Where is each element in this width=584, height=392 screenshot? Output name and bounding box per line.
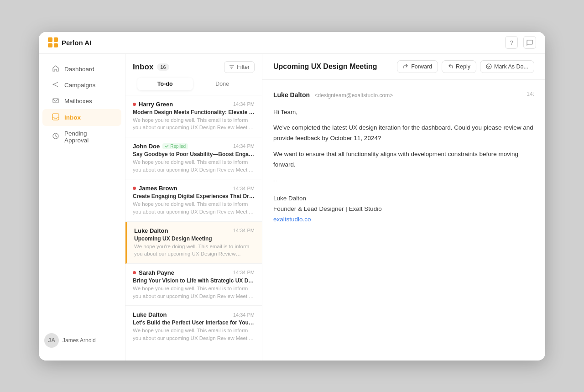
email-body-2: We want to ensure that all functionality… <box>273 149 534 170</box>
reply-button[interactable]: Reply <box>442 60 476 73</box>
sidebar: Dashboard Campaigns <box>39 54 125 361</box>
sender-email: <designteam@exaltstudio.com> <box>315 92 393 99</box>
email-date: 14: <box>527 91 534 97</box>
sender-info: Luke Dalton <designteam@exaltstudio.com> <box>273 91 393 99</box>
sidebar-item-pending[interactable]: Pending Approval <box>42 126 121 148</box>
user-avatar: JA <box>44 333 59 348</box>
unread-dot <box>133 271 136 274</box>
filter-label: Filter <box>237 64 250 70</box>
svg-rect-4 <box>52 114 59 120</box>
forward-icon <box>403 63 409 69</box>
svg-line-1 <box>53 84 58 87</box>
app-window: Perlon AI ? Dashboard <box>39 32 545 361</box>
email-time: 14:34 PM <box>233 101 255 107</box>
email-item-header: James Brown 14:34 PM <box>133 185 255 192</box>
email-item-header: John Doe Replied 14:34 PM <box>133 143 255 150</box>
sidebar-label-pending: Pending Approval <box>64 130 112 144</box>
email-item-header: Harry Green 14:34 PM <box>133 101 255 108</box>
detail-pane: Upcoming UX Design Meeting Forward Reply <box>262 54 545 361</box>
chat-icon[interactable] <box>523 36 536 49</box>
detail-actions: Forward Reply Mark As Do... <box>397 60 534 73</box>
inbox-pane: Inbox 16 Filter To-do <box>125 54 262 361</box>
check-icon <box>165 144 169 148</box>
reply-icon <box>448 63 454 69</box>
email-list: Harry Green 14:34 PM Modern Design Meets… <box>125 95 262 361</box>
logo-icon <box>48 37 58 47</box>
email-sender: Luke Dalton <box>134 227 168 234</box>
sidebar-item-mailboxes[interactable]: Mailboxes <box>42 93 121 109</box>
email-preview: We hope you're doing well. This email is… <box>133 116 255 131</box>
inbox-header: Inbox 16 Filter To-do <box>125 54 262 95</box>
email-subject: Modern Design Meets Functionality: Eleva… <box>133 109 255 115</box>
sidebar-bottom: JA James Arnold <box>39 328 125 353</box>
inbox-title-row: Inbox 16 Filter <box>133 61 255 73</box>
email-item-header: Luke Dalton 14:34 PM <box>133 311 255 318</box>
forward-button[interactable]: Forward <box>397 60 438 73</box>
email-item-2[interactable]: John Doe Replied 14:34 PM Say Goodbye to… <box>125 137 262 179</box>
svg-point-9 <box>486 64 491 69</box>
email-item-1[interactable]: Harry Green 14:34 PM Modern Design Meets… <box>125 95 262 137</box>
email-body-1: We've completed the latest UX design ite… <box>273 123 534 144</box>
sidebar-item-inbox[interactable]: Inbox <box>42 109 121 126</box>
inbox-tabs: To-do Done <box>137 78 250 90</box>
email-time: 14:34 PM <box>233 186 255 191</box>
sidebar-item-campaigns[interactable]: Campaigns <box>42 77 121 93</box>
forward-label: Forward <box>411 63 432 70</box>
unread-dot <box>133 187 136 190</box>
email-time: 14:34 PM <box>233 270 255 275</box>
email-item-4[interactable]: Luke Dalton 14:34 PM Upcoming UX Design … <box>125 222 262 264</box>
pending-icon <box>52 133 60 141</box>
email-subject: Upcoming UX Design Meeting <box>134 235 255 242</box>
logo-area: Perlon AI <box>48 37 91 47</box>
sig-link[interactable]: exaltstudio.co <box>273 216 311 223</box>
mark-label: Mark As Do... <box>494 63 528 70</box>
email-item-5[interactable]: Sarah Payne 14:34 PM Bring Your Vision t… <box>125 264 262 306</box>
user-name: James Arnold <box>63 337 96 344</box>
detail-subject: Upcoming UX Design Meeting <box>273 63 377 71</box>
sidebar-item-dashboard[interactable]: Dashboard <box>42 61 121 77</box>
title-bar: Perlon AI ? <box>39 32 545 54</box>
email-time: 14:34 PM <box>233 228 255 233</box>
inbox-icon <box>52 113 60 122</box>
app-title: Perlon AI <box>62 39 91 47</box>
campaigns-icon <box>52 81 60 89</box>
tab-done[interactable]: Done <box>195 78 250 90</box>
tab-todo[interactable]: To-do <box>137 78 193 90</box>
email-subject: Let's Build the Perfect User Interface f… <box>133 319 255 326</box>
email-body: Hi Team, We've completed the latest UX d… <box>273 107 534 225</box>
email-signature: Luke Dalton Founder & Lead Designer | Ex… <box>273 193 534 225</box>
email-item-6[interactable]: Luke Dalton 14:34 PM Let's Build the Per… <box>125 306 262 348</box>
sender-name: Luke Dalton <box>273 91 310 99</box>
replied-badge: Replied <box>162 143 188 149</box>
mailboxes-icon <box>52 97 60 105</box>
home-icon <box>52 65 60 73</box>
email-subject: Say Goodbye to Poor Usability—Boost Enga… <box>133 151 255 157</box>
email-time: 14:34 PM <box>233 143 255 149</box>
sig-name: Luke Dalton <box>273 193 534 204</box>
email-subject: Bring Your Vision to Life with Strategic… <box>133 277 255 284</box>
email-dash: -- <box>273 176 534 186</box>
check-circle-icon <box>486 63 492 69</box>
svg-line-0 <box>53 82 58 84</box>
inbox-count-badge: 16 <box>157 63 169 71</box>
detail-header: Upcoming UX Design Meeting Forward Reply <box>262 54 545 80</box>
email-sender: Sarah Payne <box>133 269 174 276</box>
unread-dot <box>133 103 136 106</box>
email-item-3[interactable]: James Brown 14:34 PM Create Engaging Dig… <box>125 179 262 221</box>
sidebar-label-campaigns: Campaigns <box>64 82 95 89</box>
sidebar-label-mailboxes: Mailboxes <box>64 98 92 105</box>
email-preview: We hope you're doing well. This email is… <box>133 200 255 215</box>
mark-done-button[interactable]: Mark As Do... <box>480 60 534 73</box>
help-icon[interactable]: ? <box>505 36 518 49</box>
email-item-header: Sarah Payne 14:34 PM <box>133 269 255 276</box>
email-sender: James Brown <box>133 185 177 192</box>
app-body: Dashboard Campaigns <box>39 54 545 361</box>
email-preview: We hope you're doing well. This email is… <box>133 285 255 300</box>
title-bar-right: ? <box>505 36 536 49</box>
email-preview: We hope you're doing well. This email is… <box>133 158 255 173</box>
detail-body: Luke Dalton <designteam@exaltstudio.com>… <box>262 80 545 361</box>
filter-button[interactable]: Filter <box>224 61 255 73</box>
inbox-title: Inbox <box>133 63 153 72</box>
email-sender: John Doe Replied <box>133 143 188 150</box>
email-meta: Luke Dalton <designteam@exaltstudio.com>… <box>273 91 534 99</box>
